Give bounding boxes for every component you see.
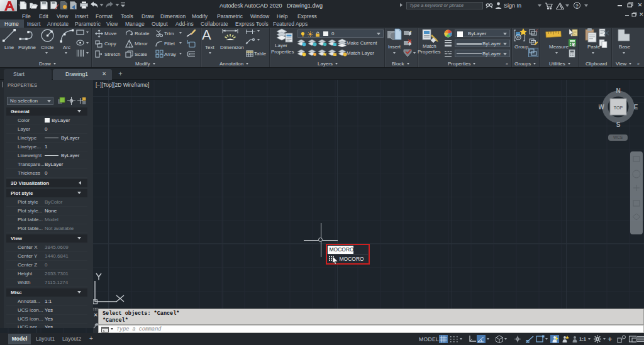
svg-text:TOP: TOP (614, 106, 623, 110)
svg-text:N: N (616, 87, 620, 94)
svg-text:E: E (634, 104, 638, 111)
svg-text:S: S (616, 121, 621, 128)
svg-text:W: W (599, 104, 604, 111)
